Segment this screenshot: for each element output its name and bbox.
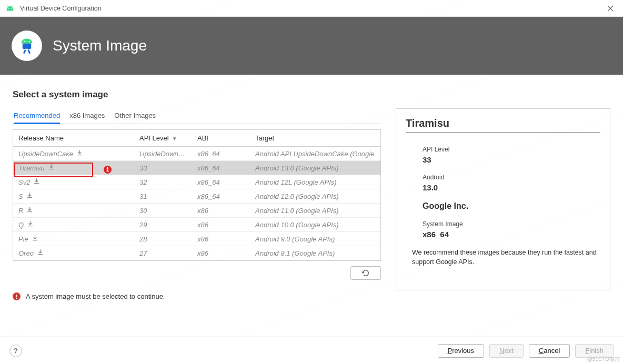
cell-release-name: Tiramisu: [13, 161, 134, 175]
cell-target: Android API UpsideDownCake (Google: [250, 147, 380, 161]
table-row[interactable]: Sv232x86_64Android 12L (Google APIs): [13, 175, 380, 189]
detail-api-value: 33: [423, 155, 600, 164]
cell-abi: x86: [192, 218, 250, 232]
tabs: Recommended x86 Images Other Images: [13, 108, 381, 124]
refresh-icon: [361, 269, 370, 277]
cell-abi: x86_64: [192, 161, 250, 175]
previous-button[interactable]: Previous: [438, 344, 485, 358]
cell-api-level: 32: [134, 175, 192, 189]
next-button[interactable]: Next: [489, 344, 524, 358]
detail-android-label: Android: [423, 174, 600, 181]
detail-pane: Tiramisu API Level 33 Android 13.0 Googl…: [396, 108, 610, 290]
download-icon[interactable]: [26, 206, 33, 213]
tab-other-images[interactable]: Other Images: [114, 108, 156, 124]
cancel-button[interactable]: Cancel: [529, 344, 570, 358]
cell-abi: x86_64: [192, 189, 250, 204]
window-title: Virtual Device Configuration: [20, 5, 102, 12]
cell-release-name: Oreo: [13, 260, 134, 261]
download-icon[interactable]: [37, 249, 44, 256]
download-icon[interactable]: [27, 220, 34, 227]
page-subtitle: Select a system image: [13, 89, 610, 100]
svg-point-3: [28, 41, 29, 42]
cell-api-level: 28: [134, 232, 192, 246]
cell-api-level: 26: [134, 260, 192, 261]
refresh-button[interactable]: [350, 266, 381, 280]
cell-release-name: Oreo: [13, 246, 134, 260]
banner: System Image: [0, 17, 623, 75]
annotation-badge: 1: [104, 166, 112, 174]
col-abi[interactable]: ABI: [192, 130, 250, 147]
page-body: Select a system image Recommended x86 Im…: [0, 75, 623, 300]
cell-release-name: UpsideDownCake: [13, 147, 134, 161]
download-icon[interactable]: [48, 164, 55, 170]
table-row[interactable]: Tiramisu33x86_64Android 13.0 (Google API…: [13, 161, 380, 175]
table-row[interactable]: Pie28x86Android 9.0 (Google APIs): [13, 232, 380, 246]
download-icon[interactable]: [26, 192, 33, 199]
table-row[interactable]: Q29x86Android 10.0 (Google APIs): [13, 218, 380, 232]
col-release-name[interactable]: Release Name: [13, 130, 134, 147]
cell-release-name: Pie: [13, 232, 134, 246]
table-row[interactable]: Oreo27x86Android 8.1 (Google APIs): [13, 246, 380, 260]
cell-api-level: 27: [134, 246, 192, 260]
download-icon[interactable]: [33, 178, 40, 185]
table-row[interactable]: R30x86Android 11.0 (Google APIs): [13, 204, 380, 218]
tab-recommended[interactable]: Recommended: [14, 108, 60, 124]
cell-target: Android 9.0 (Google APIs): [250, 232, 380, 246]
cell-abi: x86: [192, 232, 250, 246]
cell-abi: x86_64: [192, 147, 250, 161]
detail-sysimg-label: System Image: [423, 220, 600, 228]
detail-title: Tiramisu: [406, 117, 600, 129]
table-row[interactable]: S31x86_64Android 12.0 (Google APIs): [13, 189, 380, 204]
svg-point-0: [8, 8, 9, 9]
cell-release-name: Q: [13, 218, 134, 232]
download-icon[interactable]: [32, 235, 38, 241]
attribution: @51CTO微宫: [587, 356, 620, 363]
close-button[interactable]: [603, 1, 618, 16]
system-image-table: Release Name API Level▼ ABI Target Upsid…: [13, 129, 381, 261]
cell-target: Android 13.0 (Google APIs): [250, 161, 380, 175]
detail-description: We recommend these images because they r…: [412, 248, 600, 267]
cell-abi: x86: [192, 260, 250, 261]
cell-abi: x86: [192, 204, 250, 218]
cell-target: Android 12L (Google APIs): [250, 175, 380, 189]
cell-target: Android 8.0 (Google APIs): [250, 260, 380, 261]
detail-divider: [406, 133, 600, 133]
cell-target: Android 12.0 (Google APIs): [250, 189, 380, 204]
android-icon: [5, 5, 15, 12]
detail-api-label: API Level: [423, 146, 600, 153]
tab-x86-images[interactable]: x86 Images: [69, 108, 105, 124]
sort-desc-icon: ▼: [172, 136, 177, 141]
left-pane: Recommended x86 Images Other Images Rele…: [13, 108, 381, 300]
cell-abi: x86_64: [192, 175, 250, 189]
cell-target: Android 8.1 (Google APIs): [250, 246, 380, 260]
detail-android-value: 13.0: [423, 183, 600, 192]
table-row[interactable]: UpsideDownCakeUpsideDownCakex86_64Androi…: [13, 147, 380, 161]
banner-heading: System Image: [53, 37, 147, 54]
detail-sysimg-value: x86_64: [423, 230, 600, 239]
detail-vendor: Google Inc.: [423, 201, 600, 211]
cell-target: Android 11.0 (Google APIs): [250, 204, 380, 218]
col-target[interactable]: Target: [250, 130, 380, 147]
table-row[interactable]: Oreo26x86Android 8.0 (Google APIs): [13, 260, 380, 261]
tab-underline: [13, 124, 381, 124]
titlebar: Virtual Device Configuration: [0, 0, 623, 17]
svg-point-1: [11, 8, 12, 9]
footer: ? Previous Next Cancel Finish: [0, 337, 623, 364]
cell-release-name: Sv2: [13, 175, 134, 189]
android-studio-logo: [12, 31, 42, 61]
cell-release-name: S: [13, 189, 134, 204]
close-icon: [607, 5, 614, 12]
cell-target: Android 10.0 (Google APIs): [250, 218, 380, 232]
cell-release-name: R: [13, 204, 134, 218]
error-icon: !: [13, 292, 21, 300]
cell-abi: x86: [192, 246, 250, 260]
help-button[interactable]: ?: [9, 345, 22, 357]
svg-point-2: [24, 41, 25, 42]
warning-text: A system image must be selected to conti…: [26, 292, 165, 300]
col-api-level[interactable]: API Level▼: [134, 130, 192, 147]
download-icon[interactable]: [76, 149, 83, 156]
cell-api-level: UpsideDownCake: [134, 147, 192, 161]
warning-row: ! A system image must be selected to con…: [13, 292, 381, 300]
cell-api-level: 29: [134, 218, 192, 232]
cell-api-level: 31: [134, 189, 192, 204]
